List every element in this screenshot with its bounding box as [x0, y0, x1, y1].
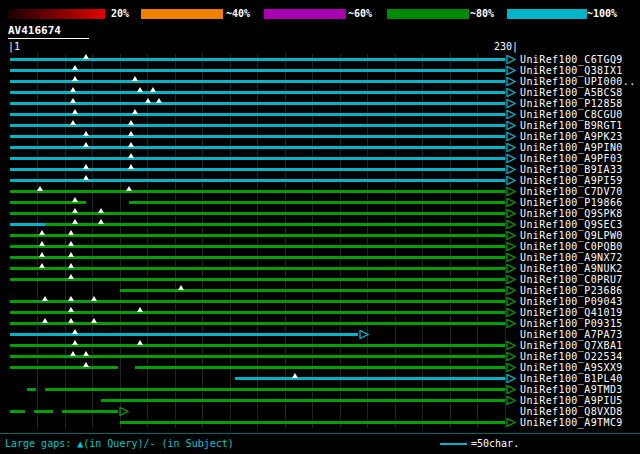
alignment-row[interactable]: UniRef100_P12858 [0, 98, 640, 109]
hit-label[interactable]: UniRef100_Q9SEC3 [520, 219, 623, 230]
alignment-row[interactable]: UniRef100_A9NUK2 [0, 263, 640, 274]
alignment-bar-segment[interactable] [10, 157, 505, 160]
alignment-bar-segment[interactable] [10, 80, 505, 83]
alignment-row[interactable]: UniRef100_A5BCS8 [0, 87, 640, 98]
hit-label[interactable]: UniRef100_B9RGT1 [520, 120, 623, 131]
hit-label[interactable]: UniRef100_C7DV70 [520, 186, 623, 197]
alignment-row[interactable]: UniRef100_A9SXX9 [0, 362, 640, 373]
alignment-bar-segment[interactable] [235, 377, 505, 380]
alignment-bar-segment[interactable] [10, 322, 505, 325]
alignment-row[interactable]: UniRef100_C6TGQ9 [0, 54, 640, 65]
hit-label[interactable]: UniRef100_P09043 [520, 296, 623, 307]
hit-label[interactable]: UniRef100_C8CGU0 [520, 109, 623, 120]
alignment-bar-segment[interactable] [10, 91, 505, 94]
alignment-row[interactable]: UniRef100_P23686 [0, 285, 640, 296]
alignment-bar-segment[interactable] [27, 388, 36, 391]
alignment-row[interactable]: UniRef100_P09043 [0, 296, 640, 307]
hit-label[interactable]: UniRef100_A9NX72 [520, 252, 623, 263]
hit-label[interactable]: UniRef100_UPI000.. [520, 76, 636, 87]
alignment-bar-segment[interactable] [10, 102, 505, 105]
alignment-row[interactable]: UniRef100_A9NX72 [0, 252, 640, 263]
alignment-row[interactable]: UniRef100_A9PK23 [0, 131, 640, 142]
alignment-bar-segment[interactable] [10, 69, 505, 72]
alignment-row[interactable]: UniRef100_A9PIN0 [0, 142, 640, 153]
hit-label[interactable]: UniRef100_A5BCS8 [520, 87, 623, 98]
hit-label[interactable]: UniRef100_B9IA33 [520, 164, 623, 175]
alignment-bar-segment[interactable] [10, 366, 118, 369]
alignment-row[interactable]: UniRef100_Q9LPW0 [0, 230, 640, 241]
hit-label[interactable]: UniRef100_A9PK23 [520, 131, 623, 142]
alignment-bar-segment[interactable] [10, 300, 505, 303]
hit-label[interactable]: UniRef100_A9PF03 [520, 153, 623, 164]
alignment-row[interactable]: UniRef100_UPI000.. [0, 76, 640, 87]
hit-label[interactable]: UniRef100_A9PIN0 [520, 142, 623, 153]
alignment-row[interactable]: UniRef100_A9TMC9 [0, 417, 640, 428]
alignment-row[interactable]: UniRef100_C0PQB0 [0, 241, 640, 252]
hit-label[interactable]: UniRef100_A9PIU5 [520, 395, 623, 406]
alignment-row[interactable]: UniRef100_A9PI59 [0, 175, 640, 186]
alignment-bar-segment[interactable] [10, 223, 45, 226]
alignment-bar-segment[interactable] [10, 212, 505, 215]
alignment-row[interactable]: UniRef100_A9PF03 [0, 153, 640, 164]
alignment-row[interactable]: UniRef100_A9PIU5 [0, 395, 640, 406]
alignment-bar-segment[interactable] [10, 190, 505, 193]
alignment-bar-segment[interactable] [45, 388, 505, 391]
hit-label[interactable]: UniRef100_Q41019 [520, 307, 623, 318]
alignment-bar-segment[interactable] [10, 410, 25, 413]
hit-label[interactable]: UniRef100_P12858 [520, 98, 623, 109]
alignment-bar-segment[interactable] [10, 256, 505, 259]
alignment-bar-segment[interactable] [10, 124, 505, 127]
hit-label[interactable]: UniRef100_A9PI59 [520, 175, 623, 186]
alignment-bar-segment[interactable] [101, 399, 505, 402]
alignment-bar-segment[interactable] [10, 245, 505, 248]
alignment-row[interactable]: UniRef100_Q8VXD8 [0, 406, 640, 417]
alignment-row[interactable]: UniRef100_P19866 [0, 197, 640, 208]
alignment-bar-segment[interactable] [62, 410, 118, 413]
alignment-row[interactable]: UniRef100_Q9SEC3 [0, 219, 640, 230]
alignment-bar-segment[interactable] [10, 311, 505, 314]
hit-label[interactable]: UniRef100_A7PA73 [520, 329, 623, 340]
hit-label[interactable]: UniRef100_A9NUK2 [520, 263, 623, 274]
alignment-row[interactable]: UniRef100_Q41019 [0, 307, 640, 318]
alignment-bar-segment[interactable] [135, 366, 505, 369]
alignment-row[interactable]: UniRef100_A7PA73 [0, 329, 640, 340]
hit-label[interactable]: UniRef100_Q8VXD8 [520, 406, 623, 417]
hit-label[interactable]: UniRef100_P23686 [520, 285, 623, 296]
alignment-row[interactable]: UniRef100_O22534 [0, 351, 640, 362]
alignment-row[interactable]: UniRef100_Q38IX1 [0, 65, 640, 76]
alignment-row[interactable]: UniRef100_C7DV70 [0, 186, 640, 197]
hit-label[interactable]: UniRef100_P19866 [520, 197, 623, 208]
hit-label[interactable]: UniRef100_A9TMC9 [520, 417, 623, 428]
alignment-row[interactable]: UniRef100_B9RGT1 [0, 120, 640, 131]
hit-label[interactable]: UniRef100_B1PL40 [520, 373, 623, 384]
hit-label[interactable]: UniRef100_C0PRU7 [520, 274, 623, 285]
alignment-row[interactable]: UniRef100_C0PRU7 [0, 274, 640, 285]
alignment-row[interactable]: UniRef100_Q7XBA1 [0, 340, 640, 351]
hit-label[interactable]: UniRef100_P09315 [520, 318, 623, 329]
alignment-bar-segment[interactable] [120, 421, 505, 424]
hit-label[interactable]: UniRef100_Q9LPW0 [520, 230, 623, 241]
hit-label[interactable]: UniRef100_C6TGQ9 [520, 54, 623, 65]
hit-label[interactable]: UniRef100_A9SXX9 [520, 362, 623, 373]
hit-label[interactable]: UniRef100_Q7XBA1 [520, 340, 623, 351]
hit-label[interactable]: UniRef100_A9TMD3 [520, 384, 623, 395]
alignment-bar-segment[interactable] [10, 234, 505, 237]
alignment-row[interactable]: UniRef100_Q9SPK8 [0, 208, 640, 219]
alignment-bar-segment[interactable] [10, 333, 358, 336]
alignment-bar-segment[interactable] [10, 267, 505, 270]
hit-label[interactable]: UniRef100_C0PQB0 [520, 241, 623, 252]
alignment-bar-segment[interactable] [10, 113, 505, 116]
alignment-bar-segment[interactable] [45, 223, 505, 226]
alignment-bar-segment[interactable] [10, 344, 505, 347]
alignment-row[interactable]: UniRef100_B1PL40 [0, 373, 640, 384]
alignment-row[interactable]: UniRef100_B9IA33 [0, 164, 640, 175]
alignment-bar-segment[interactable] [10, 278, 505, 281]
alignment-row[interactable]: UniRef100_P09315 [0, 318, 640, 329]
hit-label[interactable]: UniRef100_O22534 [520, 351, 623, 362]
hit-label[interactable]: UniRef100_Q38IX1 [520, 65, 623, 76]
hit-label[interactable]: UniRef100_Q9SPK8 [520, 208, 623, 219]
alignment-bar-segment[interactable] [129, 201, 505, 204]
alignment-bar-segment[interactable] [34, 410, 53, 413]
alignment-row[interactable]: UniRef100_A9TMD3 [0, 384, 640, 395]
alignment-row[interactable]: UniRef100_C8CGU0 [0, 109, 640, 120]
